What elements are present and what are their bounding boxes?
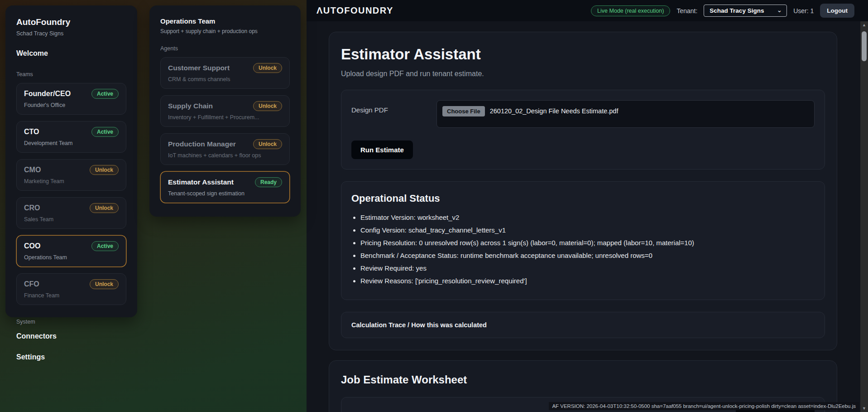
choose-file-button[interactable]: Choose File (442, 106, 485, 116)
status-item: Review Reasons: ['pricing_resolution_rev… (360, 277, 815, 285)
unlock-badge[interactable]: Unlock (90, 165, 119, 175)
tenant-select[interactable]: Schad Tracy Signs ⌄ (704, 5, 787, 17)
agents-section-label: Agents (160, 45, 290, 52)
scroll-up-icon[interactable]: ▲ (860, 21, 868, 29)
sidebar-item-settings[interactable]: Settings (16, 353, 126, 361)
main-content: Estimator Assistant Upload design PDF an… (329, 32, 837, 412)
worksheet-title: Job Estimate Worksheet (341, 373, 825, 386)
team-card-cro[interactable]: CRO Unlock Sales Team (16, 197, 126, 229)
user-label: User: 1 (793, 7, 814, 15)
status-list: Estimator Version: worksheet_v2 Config V… (351, 213, 815, 285)
sidebar-subtitle: Schad Tracy Signs (16, 30, 126, 37)
status-item: Config Version: schad_tracy_channel_lett… (360, 226, 815, 234)
team-desc: Development Team (24, 140, 119, 146)
agent-name: Customer Support (168, 64, 230, 72)
app-logo: ΛUTOFOUNDRY (317, 5, 393, 16)
team-panel-title: Operations Team (160, 17, 290, 25)
operations-team-panel: Operations Team Support + supply chain +… (149, 5, 301, 217)
sidebar-item-welcome[interactable]: Welcome (16, 49, 126, 58)
teams-section-label: Teams (16, 71, 126, 78)
agent-card-customer-support[interactable]: Customer Support Unlock CRM & comms chan… (160, 57, 290, 89)
teams-sidebar: AutoFoundry Schad Tracy Signs Welcome Te… (5, 5, 137, 317)
active-badge: Active (91, 89, 119, 99)
scrollbar-thumb[interactable] (862, 31, 867, 61)
agent-card-production-manager[interactable]: Production Manager Unlock IoT machines +… (160, 133, 290, 165)
status-item: Pricing Resolution: 0 unresolved row(s) … (360, 239, 815, 247)
scroll-down-icon[interactable]: ▼ (860, 405, 868, 412)
live-mode-badge: Live Mode (real execution) (591, 5, 670, 16)
system-section-label: System (16, 319, 126, 325)
upload-card: Design PDF Choose File 260120_02_Design … (341, 90, 825, 170)
sidebar-item-connectors[interactable]: Connectors (16, 332, 126, 340)
active-badge: Active (91, 241, 119, 251)
team-panel-subtitle: Support + supply chain + production ops (160, 28, 290, 34)
selected-filename: 260120_02_Design File Needs Estimate.pdf (490, 106, 619, 115)
team-name: CRO (24, 204, 40, 212)
agent-desc: IoT machines + calendars + floor ops (168, 152, 282, 159)
agent-name: Supply Chain (168, 102, 213, 110)
agent-desc: Tenant-scoped sign estimation (168, 190, 282, 197)
team-desc: Finance Team (24, 292, 119, 299)
unlock-badge[interactable]: Unlock (253, 139, 282, 149)
agent-name: Estimator Assistant (168, 178, 234, 186)
unlock-badge[interactable]: Unlock (90, 279, 119, 289)
design-pdf-label: Design PDF (351, 100, 436, 114)
run-estimate-button[interactable]: Run Estimate (351, 141, 413, 159)
unlock-badge[interactable]: Unlock (253, 101, 282, 111)
version-info: AF VERSION: 2026-04-03T10:32:50-0500 sha… (549, 402, 859, 410)
unlock-badge[interactable]: Unlock (90, 203, 119, 213)
calculation-trace-title: Calculation Trace / How this was calcula… (351, 321, 487, 329)
team-card-coo[interactable]: COO Active Operations Team (16, 235, 126, 267)
team-card-cto[interactable]: CTO Active Development Team (16, 121, 126, 153)
status-item: Benchmark / Acceptance Status: runtime b… (360, 252, 815, 259)
ready-badge: Ready (255, 177, 282, 187)
estimator-card: Estimator Assistant Upload design PDF an… (329, 32, 837, 350)
logout-button[interactable]: Logout (820, 4, 854, 18)
unlock-badge[interactable]: Unlock (253, 63, 282, 73)
team-card-cfo[interactable]: CFO Unlock Finance Team (16, 273, 126, 305)
file-input[interactable]: Choose File 260120_02_Design File Needs … (436, 100, 815, 128)
page-title: Estimator Assistant (341, 46, 825, 63)
agent-desc: Inventory + Fulfillment + Procurem... (168, 114, 282, 121)
operational-status-title: Operational Status (351, 193, 815, 204)
calculation-trace-toggle[interactable]: Calculation Trace / How this was calcula… (341, 312, 825, 338)
team-name: Founder/CEO (24, 90, 71, 98)
team-desc: Sales Team (24, 216, 119, 223)
active-badge: Active (91, 127, 119, 137)
agent-desc: CRM & comms channels (168, 76, 282, 82)
agent-card-estimator-assistant[interactable]: Estimator Assistant Ready Tenant-scoped … (160, 171, 290, 203)
team-name: CFO (24, 280, 39, 288)
team-name: CTO (24, 128, 39, 136)
tenant-label: Tenant: (676, 7, 697, 15)
chevron-down-icon: ⌄ (777, 8, 782, 12)
team-desc: Founder's Office (24, 102, 119, 108)
team-name: CMO (24, 166, 41, 174)
team-card-cmo[interactable]: CMO Unlock Marketing Team (16, 159, 126, 191)
team-name: COO (24, 242, 40, 250)
status-item: Estimator Version: worksheet_v2 (360, 213, 815, 221)
sidebar-title: AutoFoundry (16, 17, 126, 27)
agent-card-supply-chain[interactable]: Supply Chain Unlock Inventory + Fulfillm… (160, 95, 290, 127)
agent-name: Production Manager (168, 140, 236, 148)
tenant-select-value: Schad Tracy Signs (710, 7, 764, 14)
scrollbar[interactable]: ▲ ▼ (860, 21, 868, 412)
top-header: ΛUTOFOUNDRY Live Mode (real execution) T… (307, 0, 868, 21)
status-item: Review Required: yes (360, 264, 815, 272)
team-desc: Operations Team (24, 254, 119, 261)
operational-status-card: Operational Status Estimator Version: wo… (341, 181, 825, 300)
team-card-founder-ceo[interactable]: Founder/CEO Active Founder's Office (16, 83, 126, 115)
page-subtitle: Upload design PDF and run tenant estimat… (341, 70, 825, 78)
team-desc: Marketing Team (24, 178, 119, 184)
